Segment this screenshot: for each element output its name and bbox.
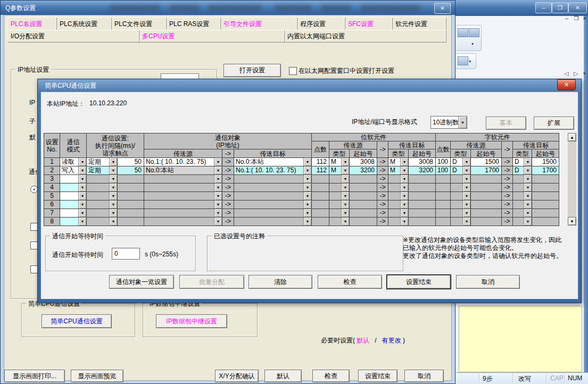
chevron-down-icon[interactable]: ▼ [524, 209, 532, 217]
wait-time-input[interactable]: 0 [112, 248, 140, 260]
cell-comm[interactable]: ▼ [87, 175, 118, 183]
scroll-up-icon[interactable]: ▲ [568, 133, 576, 141]
cell-src[interactable]: ▼No.0:本站 [144, 166, 222, 175]
chevron-down-icon[interactable]: ▼ [341, 183, 349, 191]
cell-word-dst-start[interactable] [532, 175, 559, 183]
chevron-down-icon[interactable]: ▼ [400, 166, 408, 174]
cell-word-points[interactable]: 100 [436, 166, 451, 175]
cell-word-points[interactable] [436, 209, 451, 218]
cell-word-points[interactable] [436, 175, 451, 183]
chevron-down-icon[interactable]: ▼ [524, 201, 532, 208]
cell-dst[interactable]: ▼ [234, 175, 312, 183]
cell-word-dst-start[interactable]: 1500 [532, 158, 559, 166]
cell-src[interactable]: ▼ [144, 175, 222, 183]
cell-word-dst-type[interactable]: ▼ [513, 183, 532, 192]
cell-src[interactable]: ▼ [144, 183, 222, 192]
chevron-down-icon[interactable]: ▼ [400, 183, 408, 191]
chevron-down-icon[interactable]: ▼ [524, 218, 532, 226]
cell-word-src-start[interactable]: 1700 [471, 166, 502, 175]
chevron-down-icon[interactable]: ▼ [462, 192, 470, 200]
chevron-down-icon[interactable]: ▼ [78, 158, 86, 166]
cell-bit-points[interactable] [312, 192, 329, 201]
cell-bit-dst-start[interactable] [409, 218, 436, 226]
cell-mode[interactable]: ▼写入 [60, 166, 87, 175]
cell-bit-src-type[interactable]: ▼ [329, 209, 350, 218]
cell-src[interactable]: ▼ [144, 201, 222, 209]
chevron-down-icon[interactable]: ▼ [214, 175, 222, 183]
cell-word-src-type[interactable]: ▼ [451, 201, 471, 209]
cell-word-src-type[interactable]: ▼D [451, 158, 471, 166]
chevron-down-icon[interactable]: ▼ [400, 175, 408, 183]
cell-comm[interactable]: ▼定期 [87, 158, 118, 166]
cell-dst[interactable]: ▼ [234, 183, 312, 192]
chevron-down-icon[interactable]: ▼ [78, 175, 86, 183]
cell-mode[interactable]: ▼ [60, 183, 87, 192]
cell-mode[interactable]: ▼ [60, 218, 87, 226]
cell-bit-points[interactable] [312, 201, 329, 209]
chevron-down-icon[interactable]: ▼ [400, 209, 408, 217]
cell-bit-dst-type[interactable]: ▼M [388, 166, 409, 175]
cell-bit-src-start[interactable] [350, 209, 377, 218]
chevron-down-icon[interactable]: ▼ [109, 192, 117, 200]
cell-dst[interactable]: ▼ [234, 201, 312, 209]
cell-word-src-start[interactable] [471, 201, 502, 209]
cell-bit-dst-type[interactable]: ▼ [388, 218, 409, 226]
cell-bit-dst-type[interactable]: ▼ [388, 183, 409, 192]
cell-bit-points[interactable] [312, 175, 329, 183]
cell-bit-points[interactable]: 112 [312, 158, 329, 166]
cell-word-dst-start[interactable] [532, 183, 559, 192]
cell-word-points[interactable] [436, 192, 451, 201]
cell-bit-dst-start[interactable] [409, 192, 436, 201]
chevron-down-icon[interactable]: ▼ [109, 166, 117, 174]
cell-comm[interactable]: ▼ [87, 183, 118, 192]
cell-bit-dst-type[interactable]: ▼ [388, 201, 409, 209]
cell-dst[interactable]: ▼ [234, 209, 312, 218]
cell-word-dst-start[interactable] [532, 209, 559, 218]
batch-assign-button[interactable]: 批量分配 [179, 275, 244, 289]
chevron-down-icon[interactable]: ▼ [400, 158, 408, 166]
dialog-end-setting-button[interactable]: 设置结束 [387, 275, 451, 289]
cell-bit-src-start[interactable] [350, 183, 377, 192]
chevron-down-icon[interactable]: ▼ [109, 209, 117, 217]
cell-mode[interactable]: ▼读取 [60, 158, 87, 166]
chevron-down-icon[interactable]: ▼ [341, 201, 349, 208]
chevron-down-icon[interactable]: ▼ [78, 218, 86, 226]
cell-word-src-start[interactable] [471, 175, 502, 183]
cell-word-dst-type[interactable]: ▼ [513, 218, 532, 226]
cell-bit-src-type[interactable]: ▼M [329, 166, 350, 175]
cell-bit-src-start[interactable]: 3008 [350, 158, 377, 166]
cell-comm[interactable]: ▼ [87, 192, 118, 201]
cell-dst[interactable]: ▼No.0:本站 [234, 158, 312, 166]
cell-word-src-type[interactable]: ▼ [451, 209, 471, 218]
chevron-down-icon[interactable]: ▼ [303, 192, 311, 200]
cell-word-points[interactable] [436, 201, 451, 209]
chevron-down-icon[interactable]: ▼ [341, 209, 349, 217]
chevron-down-icon[interactable]: ▼ [78, 183, 86, 191]
table-scrollbar[interactable]: ▲ ▼ [568, 133, 576, 226]
cell-interval[interactable] [118, 183, 144, 192]
clear-button[interactable]: 清除 [249, 275, 312, 289]
cell-bit-src-start[interactable] [350, 192, 377, 201]
cell-src[interactable]: ▼ [144, 209, 222, 218]
dialog-check-button[interactable]: 检查 [318, 275, 382, 289]
cell-word-dst-start[interactable] [532, 192, 559, 201]
cell-word-dst-type[interactable]: ▼D [513, 166, 532, 175]
dialog-cancel-button[interactable]: 取消 [456, 275, 520, 289]
cell-src[interactable]: ▼No.1:( 10. 10. 23. 75) [144, 158, 222, 166]
cell-interval[interactable] [118, 209, 144, 218]
cell-bit-dst-type[interactable]: ▼ [388, 209, 409, 218]
chevron-down-icon[interactable]: ▼ [109, 218, 117, 226]
chevron-down-icon[interactable]: ▼ [524, 166, 532, 174]
chevron-down-icon[interactable]: ▼ [303, 183, 311, 191]
scroll-down-icon[interactable]: ▼ [568, 217, 576, 226]
chevron-down-icon[interactable]: ▼ [462, 201, 470, 208]
cell-dst[interactable]: ▼No.1:( 10. 10. 23. 75) [234, 166, 312, 175]
chevron-down-icon[interactable]: ▼ [341, 166, 349, 174]
chevron-down-icon[interactable]: ▼ [214, 183, 222, 191]
cell-word-points[interactable]: 100 [436, 158, 451, 166]
cell-word-dst-type[interactable]: ▼D [513, 158, 532, 166]
cell-src[interactable]: ▼ [144, 218, 222, 226]
cell-interval[interactable] [118, 201, 144, 209]
cell-src[interactable]: ▼ [144, 192, 222, 201]
chevron-down-icon[interactable]: ▼ [214, 192, 222, 200]
